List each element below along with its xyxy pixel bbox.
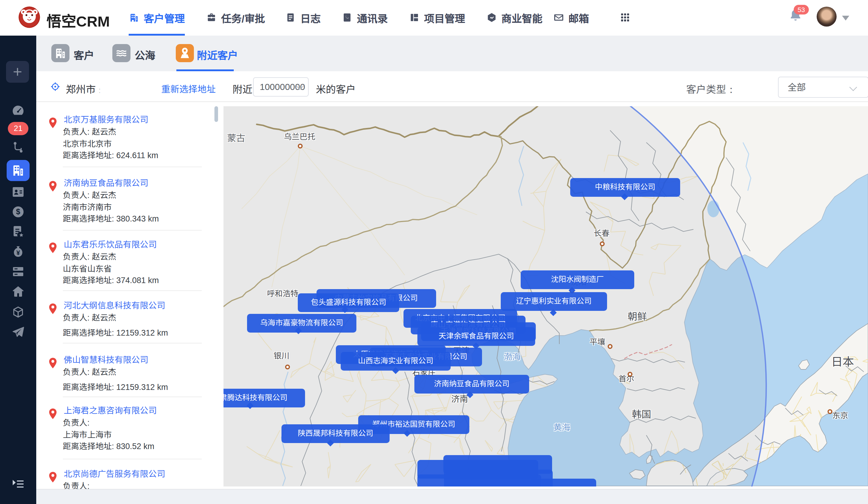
svg-text:$: $ — [16, 207, 20, 216]
svg-text:¥: ¥ — [16, 249, 20, 256]
